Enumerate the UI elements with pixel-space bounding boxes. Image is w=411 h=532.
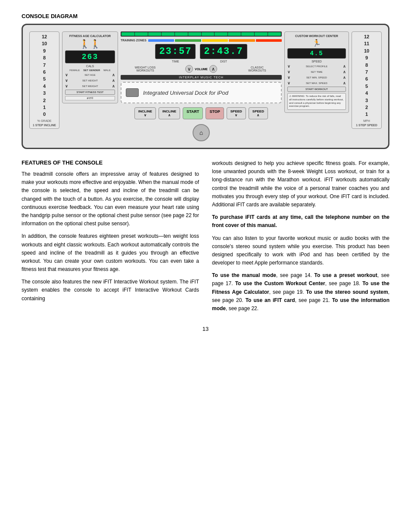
- bar-2: [135, 32, 148, 36]
- para7-ifit: To use an iFIT card: [246, 297, 295, 303]
- set-height-label: SET HEIGHT: [82, 79, 98, 82]
- features-left-col: FEATURES OF THE CONSOLE The treadmill co…: [22, 159, 199, 317]
- bar-4: [162, 32, 174, 36]
- para7-custom: To use the Custom Workout Center: [235, 280, 325, 286]
- left-scale-num-4: 4: [43, 83, 46, 90]
- features-para3: The console also features the new iFIT I…: [22, 278, 199, 303]
- up-arrow-min-speed[interactable]: ∧: [343, 75, 346, 80]
- set-time-label: SET TIME: [311, 71, 322, 73]
- training-zones-row: TRAINING ZONES: [121, 39, 282, 42]
- right-scale-num-9: 9: [365, 55, 368, 61]
- speed-label: SPEED: [287, 60, 346, 63]
- left-scale-num-2: 2: [43, 97, 46, 104]
- volume-row: WEIGHT LOSS WORKOUTS ∨ VOLUME ∧ CLASSIC …: [121, 65, 282, 73]
- zone-bar: [148, 39, 282, 42]
- volume-controls: ∨ VOLUME ∧: [185, 65, 217, 73]
- speed-down-btn[interactable]: SPEED∨: [227, 107, 246, 119]
- left-scale-num-10: 10: [42, 40, 47, 47]
- left-scale-num-12: 12: [42, 34, 47, 40]
- cals-label: CALS: [65, 65, 115, 68]
- volume-down-btn[interactable]: ∨: [185, 65, 193, 73]
- right-scale-num-3: 3: [365, 97, 368, 104]
- speed-up-btn[interactable]: SPEED∧: [249, 107, 268, 119]
- dist-display: 2:43.7: [200, 44, 247, 59]
- fitness-age-label: FITNESS AGE CALCULATOR: [65, 34, 115, 37]
- bar-11: [255, 32, 268, 36]
- console-diagram: 12 10 9 8 7 6 5 4 3 2 1 0 % GRADE 1 STEP…: [22, 24, 389, 149]
- page-number: 13: [22, 326, 389, 332]
- ifit-badge: iFIT®: [65, 96, 115, 100]
- incline-down-btn[interactable]: INCLINE∨: [134, 107, 156, 119]
- start-workout-btn[interactable]: START WORKOUT: [287, 87, 346, 92]
- right-scale-num-2: 2: [365, 104, 368, 111]
- ipod-dock-label: Integrated Universal Dock for iPod: [143, 90, 228, 96]
- right-scale-num-10: 10: [364, 48, 369, 54]
- left-scale-num-6: 6: [43, 69, 46, 75]
- right-scale-num-11: 11: [364, 40, 369, 47]
- right-scale-num-6: 6: [365, 76, 368, 82]
- left-scale-num-8: 8: [43, 55, 46, 61]
- features-section: FEATURES OF THE CONSOLE The treadmill co…: [22, 159, 389, 317]
- right-scale-num-12: 12: [364, 34, 369, 40]
- down-arrow-max-speed[interactable]: ∨: [287, 81, 290, 85]
- up-arrow-height[interactable]: ∧: [112, 78, 115, 83]
- up-arrow-age[interactable]: ∧: [112, 73, 115, 77]
- down-arrow-profile[interactable]: ∨: [287, 64, 290, 68]
- right-control-panel: CUSTOM WORKOUT CENTER 🏃 4.5 SPEED ∨ SELE…: [284, 31, 349, 113]
- features-para1: The treadmill console offers an impressi…: [22, 170, 199, 228]
- up-arrow-profile[interactable]: ∧: [343, 64, 346, 68]
- down-arrow-weight[interactable]: ∨: [65, 84, 68, 88]
- page-title: CONSOLE DIAGRAM: [22, 13, 389, 19]
- gender-row: FEMALE SET GENDER MALE: [65, 69, 115, 72]
- bar-5: [175, 32, 188, 36]
- bar-1: [121, 32, 134, 36]
- select-profile-row: ∨ SELECT PROFILE ∧: [287, 64, 346, 68]
- left-scale-title: 1 STEP INCLINE: [33, 124, 56, 127]
- bar-9: [228, 32, 241, 36]
- bar-8: [215, 32, 227, 36]
- weight-ctrl-row: ∨ SET WEIGHT ∧: [65, 84, 115, 88]
- select-profile-label: SELECT PROFILE: [306, 65, 328, 68]
- features-para7: To use the manual mode, see page 14. To …: [212, 271, 389, 313]
- person-icon-right: 🏃: [287, 39, 346, 47]
- para7-manual: To use the manual mode: [212, 272, 276, 278]
- start-fitness-btn[interactable]: START FITNESS TEST: [65, 90, 115, 95]
- volume-label: VOLUME: [195, 68, 208, 71]
- left-scale-num-9: 9: [43, 48, 46, 54]
- down-arrow-time[interactable]: ∨: [287, 70, 290, 74]
- start-btn[interactable]: START: [183, 107, 203, 119]
- time-display: 23:57: [155, 44, 196, 59]
- bottom-buttons-row: INCLINE∨ INCLINE∧ START STOP SPEED∨ SPEE…: [121, 107, 282, 119]
- set-gender-label: SET GENDER: [83, 69, 100, 72]
- bar-10: [241, 32, 254, 36]
- set-min-speed-row: ∨ SET MIN. SPEED ∧: [287, 75, 346, 80]
- main-display: TRAINING ZONES 23:57 TIME 2:43.7 DIST: [121, 31, 282, 141]
- set-age-label: SET AGE: [84, 74, 96, 76]
- custom-workout-label: CUSTOM WORKOUT CENTER: [287, 34, 346, 37]
- up-arrow-weight[interactable]: ∧: [112, 84, 115, 88]
- incline-up-btn[interactable]: INCLINE∧: [159, 107, 180, 119]
- para7-preset: To use a preset workout: [314, 272, 377, 278]
- up-arrow-max-speed[interactable]: ∧: [343, 81, 346, 85]
- bar-12: [268, 32, 281, 36]
- down-arrow-age[interactable]: ∨: [65, 73, 68, 77]
- para7-stereo: To use the stereo sound system: [306, 289, 388, 295]
- volume-up-btn[interactable]: ∧: [209, 65, 217, 73]
- top-bars: [121, 31, 282, 37]
- down-arrow-height[interactable]: ∨: [65, 78, 68, 83]
- stop-btn[interactable]: STOP: [206, 107, 224, 119]
- home-btn[interactable]: ⌂: [193, 124, 210, 141]
- male-label: MALE: [103, 69, 110, 72]
- right-scale-title: 1 STEP SPEED: [356, 124, 377, 127]
- cals-display: 263: [65, 50, 115, 63]
- bar-7: [202, 32, 215, 36]
- interplay-badge: INTERPLAY MUSIC TECH: [121, 75, 282, 80]
- time-label: TIME: [172, 60, 179, 63]
- up-arrow-time[interactable]: ∧: [343, 70, 346, 74]
- right-scale-num-7: 7: [365, 69, 368, 75]
- set-max-speed-label: SET MAX. SPEED: [306, 82, 327, 84]
- set-max-speed-row: ∨ SET MAX. SPEED ∧: [287, 81, 346, 85]
- right-scale-num-5: 5: [365, 83, 368, 90]
- features-para4: workouts designed to help you achieve sp…: [212, 159, 389, 209]
- down-arrow-min-speed[interactable]: ∨: [287, 75, 290, 80]
